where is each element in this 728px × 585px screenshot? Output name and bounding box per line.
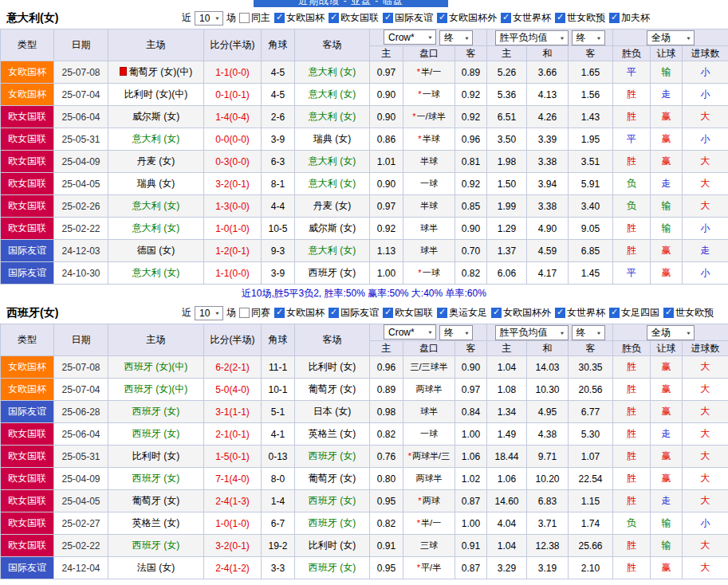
- euro-draw-odds: 4.17: [527, 262, 569, 285]
- filter-checkbox[interactable]: 女欧国杯: [274, 11, 325, 25]
- handicap-text: 半球: [420, 156, 438, 166]
- filter-checkbox[interactable]: 女欧国杯外: [437, 11, 497, 25]
- scope-select[interactable]: 全场▼: [647, 325, 695, 340]
- sub-column-header: 和: [527, 341, 569, 356]
- filter-checkbox[interactable]: 奥运女足: [437, 306, 487, 320]
- away-handicap-odds: 0.90: [455, 356, 487, 379]
- filter-checkbox[interactable]: 欧女国联: [329, 11, 379, 25]
- match-date: 25-04-05: [54, 173, 108, 195]
- filter-checkbox[interactable]: 女世界杯: [555, 306, 605, 320]
- avg-source-select[interactable]: 胜平负均值▼: [495, 325, 569, 340]
- euro-away-odds: 1.43: [569, 106, 613, 128]
- filter-checkbox[interactable]: 世女欧预: [663, 306, 714, 320]
- home-team-name: 西班牙 (女): [132, 406, 179, 417]
- handicap-text: 一球: [420, 179, 438, 188]
- avg-source-select[interactable]: 胜平负均值▼: [495, 30, 569, 45]
- checkbox-icon[interactable]: [383, 13, 393, 23]
- checkbox-icon[interactable]: [437, 308, 447, 318]
- checkbox-icon[interactable]: [609, 13, 620, 23]
- team-section: 西班牙(女)近10▼场同赛女欧国杯国际友谊欧女国联奥运女足女欧国杯外女世界杯女足…: [0, 302, 728, 579]
- checkbox-icon[interactable]: [329, 13, 339, 23]
- away-handicap-odds: 0.89: [455, 61, 487, 84]
- checkbox-icon[interactable]: [491, 308, 502, 318]
- checkbox-icon[interactable]: [239, 308, 250, 318]
- chevron-down-icon: ▼: [686, 35, 691, 40]
- league-badge: 欧女国联: [1, 173, 54, 195]
- near-label: 近: [182, 306, 191, 320]
- odds-source-select[interactable]: Crow*▼: [384, 29, 436, 45]
- corner-score: 5-1: [262, 401, 295, 423]
- result-handicap: 赢: [651, 106, 683, 128]
- checkbox-icon[interactable]: [437, 13, 447, 23]
- result-handicap: 赢: [651, 262, 683, 285]
- checkbox-icon[interactable]: [555, 308, 565, 318]
- checkbox-icon[interactable]: [555, 13, 565, 23]
- euro-away-odds: 3.51: [569, 151, 613, 173]
- handicap-text: 半球: [420, 201, 438, 210]
- handicap-text: 三/三球半: [410, 362, 447, 371]
- analysis-icon[interactable]: [120, 67, 127, 76]
- home-team-name: 英格兰 (女): [132, 517, 179, 528]
- home-handicap-odds: 0.97: [370, 195, 403, 218]
- league-badge: 女欧国杯: [1, 84, 54, 106]
- euro-draw-odds: 14.03: [527, 356, 569, 379]
- checkbox-icon[interactable]: [663, 308, 674, 318]
- league-badge: 欧女国联: [1, 468, 54, 490]
- result-handicap: 赢: [651, 240, 683, 262]
- filter-checkbox[interactable]: 加夫杯: [609, 11, 650, 25]
- section-summary: 近10场,胜5平3负2, 胜率:50% 赢率:50% 大:40% 单率:60%: [0, 285, 728, 302]
- match-score: 0-3(0-0): [204, 151, 262, 173]
- filter-checkbox[interactable]: 国际友谊: [329, 306, 379, 320]
- checkbox-icon[interactable]: [383, 308, 393, 318]
- sub-column-header: 主: [487, 341, 527, 356]
- home-handicap-odds: 0.96: [370, 356, 403, 379]
- result-wdl: 平: [613, 262, 651, 285]
- sub-column-header: 和: [527, 46, 569, 61]
- filter-checkbox[interactable]: 女世界杯: [501, 11, 551, 25]
- checkbox-label: 奥运女足: [449, 306, 487, 320]
- euro-home-odds: 1.06: [487, 468, 527, 490]
- home-handicap-odds: 0.90: [370, 84, 403, 106]
- avg-state-select[interactable]: 终▼: [572, 325, 605, 340]
- league-badge: 欧女国联: [1, 423, 54, 446]
- odds-state-select[interactable]: 终▼: [439, 325, 473, 340]
- corner-score: 4-5: [262, 84, 295, 106]
- checkbox-icon[interactable]: [329, 308, 339, 318]
- odds-group-header: Crow*▼终▼: [370, 324, 487, 341]
- checkbox-icon[interactable]: [274, 308, 285, 318]
- filter-checkbox[interactable]: 女足四国: [609, 306, 659, 320]
- handicap-line: 一球: [403, 423, 455, 446]
- odds-state-select[interactable]: 终▼: [439, 30, 473, 45]
- checkbox-icon[interactable]: [609, 308, 620, 318]
- filter-checkbox[interactable]: 世女欧预: [555, 11, 605, 25]
- match-score: 0-1(0-1): [204, 84, 262, 106]
- top-nav-active-tab[interactable]: 近期战绩 - 亚盘 - 临盘: [254, 0, 448, 7]
- avg-state-select[interactable]: 终▼: [572, 30, 605, 45]
- checkbox-icon[interactable]: [274, 13, 285, 23]
- filter-checkbox[interactable]: 欧女国联: [383, 306, 433, 320]
- filter-checkbox[interactable]: 同赛: [239, 306, 270, 320]
- home-team-cell: 意大利 (女): [108, 128, 204, 151]
- euro-away-odds: 5.30: [569, 423, 613, 446]
- filter-checkbox[interactable]: 同主: [239, 11, 270, 25]
- match-row: 欧女国联25-05-31意大利 (女)0-0(0-0)3-9瑞典 (女)0.86…: [1, 128, 728, 151]
- league-badge: 国际友谊: [1, 557, 54, 579]
- away-favorite-star: *: [418, 268, 421, 277]
- filter-checkbox[interactable]: 女欧国杯: [274, 306, 325, 320]
- filter-checkbox[interactable]: 国际友谊: [383, 11, 433, 25]
- match-row: 欧女国联25-02-27英格兰 (女)1-0(1-0)6-7西班牙 (女)0.8…: [1, 512, 728, 535]
- euro-draw-odds: 3.39: [527, 128, 569, 151]
- checkbox-icon[interactable]: [501, 13, 511, 23]
- home-team-cell: 威尔斯 (女): [108, 106, 204, 128]
- odds-source-select[interactable]: Crow*▼: [384, 324, 436, 340]
- match-score: 1-0(1-0): [204, 512, 262, 535]
- filter-checkbox[interactable]: 女欧国杯外: [491, 306, 551, 320]
- match-date: 25-06-28: [54, 401, 108, 423]
- games-count-select[interactable]: 10▼: [195, 306, 223, 320]
- checkbox-icon[interactable]: [239, 13, 250, 23]
- scope-select[interactable]: 全场▼: [647, 30, 695, 45]
- games-count-select[interactable]: 10▼: [195, 11, 223, 26]
- away-team-cell: 意大利 (女): [295, 84, 370, 106]
- match-date: 24-12-04: [54, 557, 108, 579]
- euro-away-odds: 20.56: [569, 379, 613, 401]
